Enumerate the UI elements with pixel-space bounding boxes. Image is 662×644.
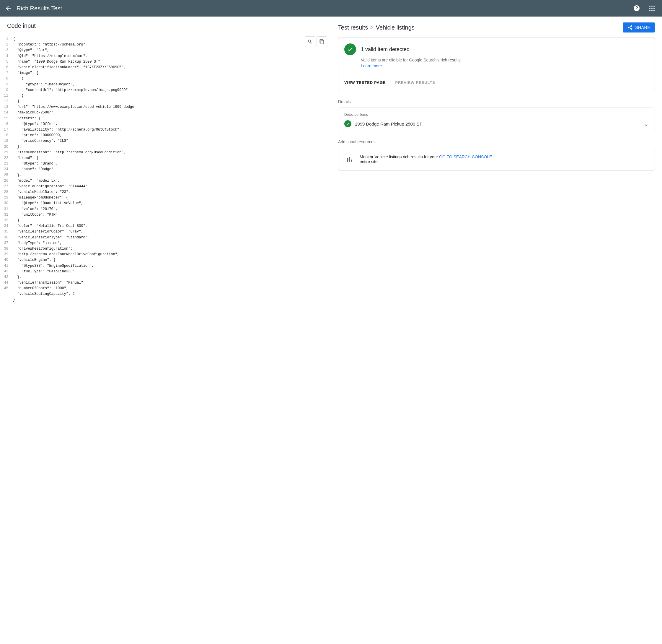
breadcrumb-separator: > [370,24,374,31]
grid-dots-icon [649,6,655,11]
detected-items-label: Detected items [344,113,649,117]
code-toolbar [305,36,327,47]
search-console-link[interactable]: GO TO SEARCH CONSOLE [439,155,492,159]
right-panel: Test results > Vehicle listings SHARE [331,17,662,644]
code-area[interactable]: 12345 678910 1112131415 1617181920 21222… [0,34,331,644]
valid-header: 1 valid item detected [344,43,649,55]
divider [344,73,649,73]
detected-item: 1999 Dodge Ram Pickup 2500 ST ⌄ [344,120,649,127]
copy-button[interactable] [316,36,327,47]
small-check-icon [344,120,351,127]
additional-resources-label: Additional resources [338,139,655,144]
learn-more-link[interactable]: Learn more [361,64,649,68]
resources-card: Monitor Vehicle listings rich results fo… [338,148,655,171]
topbar: Rich Results Test [0,0,662,17]
line-numbers: 12345 678910 1112131415 1617181920 21222… [0,36,10,303]
back-button[interactable] [5,5,12,12]
detected-item-left: 1999 Dodge Ram Pickup 2500 ST [344,120,422,127]
view-tested-page-button[interactable]: VIEW TESTED PAGE [344,79,386,86]
detected-item-name: 1999 Dodge Ram Pickup 2500 ST [355,121,422,127]
code-input-header: Code input [0,17,331,34]
valid-title: 1 valid item detected [361,46,409,52]
main-layout: Code input 12345 678910 11121 [0,17,662,644]
grid-menu-button[interactable] [647,3,657,14]
breadcrumb: Test results > Vehicle listings [338,24,415,31]
details-label: Details [338,99,655,104]
valid-item-card: 1 valid item detected Valid items are el… [338,37,655,92]
monitor-text-after: entire site [360,159,378,164]
right-content: 1 valid item detected Valid items are el… [331,37,662,644]
share-label: SHARE [635,25,650,30]
code-content: 12345 678910 1112131415 1617181920 21222… [0,34,331,305]
view-actions: VIEW TESTED PAGE PREVIEW RESULTS [344,78,649,86]
check-circle-icon [344,43,356,55]
valid-desc: Valid items are eligible for Google Sear… [361,58,649,62]
right-panel-header: Test results > Vehicle listings SHARE [331,17,662,37]
help-button[interactable] [631,3,642,14]
breadcrumb-current: Vehicle listings [376,24,415,31]
bar-chart-icon [344,154,355,164]
monitor-text-before: Monitor Vehicle listings rich results fo… [360,155,439,159]
expand-icon[interactable]: ⌄ [644,120,649,127]
left-panel: Code input 12345 678910 11121 [0,17,331,644]
detected-card: Detected items 1999 Dodge Ram Pickup 250… [338,108,655,132]
preview-results-button[interactable]: PREVIEW RESULTS [395,79,435,86]
share-button[interactable]: SHARE [623,22,655,32]
app-title: Rich Results Test [17,5,626,12]
resources-text: Monitor Vehicle listings rich results fo… [360,155,649,164]
breadcrumb-test-results[interactable]: Test results [338,24,368,31]
code-text[interactable]: { "@context": "https://schema.org", "@ty… [10,36,331,303]
search-button[interactable] [305,36,315,47]
